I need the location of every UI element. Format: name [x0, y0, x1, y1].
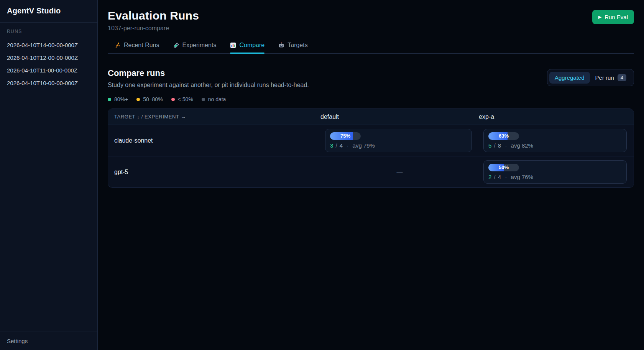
compare-titles: Compare runs Study one experiment agains…	[108, 68, 309, 89]
sidebar: AgentV Studio RUNS 2026-04-10T14-00-00-0…	[0, 0, 98, 350]
passed-count: 5	[488, 142, 491, 149]
table-cell: 50% 2 / 4 · avg 76%	[479, 156, 634, 187]
pass-rate-label: 50%	[488, 164, 519, 171]
table-row: claude-sonnet 75% 3 / 4 ·	[108, 125, 634, 156]
test-tube-icon	[173, 42, 179, 48]
sidebar-run-item[interactable]: 2026-04-10T11-00-00-000Z	[7, 64, 90, 77]
page-subtitle: 1037-per-run-compare	[108, 25, 199, 32]
result-stats: 3 / 4 · avg 79%	[330, 142, 467, 149]
tab-label: Experiments	[182, 42, 217, 49]
result-stats: 5 / 8 · avg 82%	[488, 142, 622, 149]
tab-label: Compare	[239, 42, 264, 49]
run-eval-button[interactable]: ▶ Run Eval	[592, 10, 634, 24]
result-cell[interactable]: 63% 5 / 8 · avg 82%	[483, 129, 627, 152]
avg-score: avg 82%	[511, 142, 533, 149]
compare-description: Study one experiment against another, or…	[108, 82, 309, 89]
sidebar-run-item[interactable]: 2026-04-10T12-00-00-000Z	[7, 51, 90, 64]
total-count: 4	[340, 142, 343, 149]
app-window: AgentV Studio RUNS 2026-04-10T14-00-00-0…	[0, 0, 644, 350]
empty-result-cell: —	[320, 169, 479, 176]
green-dot-icon	[108, 98, 111, 101]
play-icon: ▶	[598, 15, 601, 19]
legend-item-mid: 50–80%	[136, 96, 163, 102]
robot-icon	[278, 42, 284, 48]
pass-rate-label: 63%	[488, 132, 519, 140]
compare-section-header: Compare runs Study one experiment agains…	[108, 68, 634, 89]
per-run-label: Per run	[595, 74, 614, 81]
tab-label: Targets	[288, 42, 307, 49]
avg-score: avg 79%	[353, 142, 375, 149]
pass-rate-label: 75%	[330, 132, 361, 140]
legend-item-low: < 50%	[171, 96, 193, 102]
sidebar-footer: Settings	[0, 332, 97, 350]
table-cell: 75% 3 / 4 · avg 79%	[320, 125, 479, 156]
compare-title: Compare runs	[108, 68, 309, 78]
compare-table: TARGET ↓ / EXPERIMENT → default exp-a cl…	[108, 108, 634, 188]
legend-label: < 50%	[178, 96, 193, 102]
tab-targets[interactable]: Targets	[278, 42, 307, 53]
passed-count: 2	[488, 174, 491, 180]
bar-chart-icon	[230, 42, 236, 48]
avg-score: avg 76%	[511, 174, 533, 180]
legend-label: 50–80%	[143, 96, 163, 102]
corner-header: TARGET ↓ / EXPERIMENT →	[108, 114, 320, 120]
tab-experiments[interactable]: Experiments	[173, 42, 217, 53]
pass-rate-pill: 63%	[488, 132, 519, 140]
settings-link[interactable]: Settings	[7, 338, 28, 344]
per-run-toggle[interactable]: Per run 4	[590, 71, 632, 84]
total-count: 4	[498, 174, 501, 180]
stat-separator: ·	[505, 174, 507, 180]
tab-label: Recent Runs	[124, 42, 159, 49]
aggregated-toggle[interactable]: Aggregated	[549, 72, 590, 84]
tab-recent-runs[interactable]: Recent Runs	[115, 42, 159, 53]
run-eval-label: Run Eval	[605, 14, 628, 20]
result-cell[interactable]: 50% 2 / 4 · avg 76%	[483, 160, 627, 184]
view-mode-toggle: Aggregated Per run 4	[547, 69, 634, 86]
legend-item-high: 80%+	[108, 96, 128, 102]
runs-nav: RUNS 2026-04-10T14-00-00-000Z 2026-04-10…	[0, 23, 97, 332]
runner-icon	[115, 42, 121, 48]
gray-dot-icon	[202, 98, 205, 101]
red-dot-icon	[171, 98, 175, 101]
legend-label: 80%+	[114, 96, 128, 102]
target-label: claude-sonnet	[108, 137, 320, 144]
table-row: gpt-5 — 50% 2 / 4 ·	[108, 156, 634, 187]
sidebar-run-item[interactable]: 2026-04-10T10-00-00-000Z	[7, 77, 90, 89]
app-title: AgentV Studio	[0, 0, 97, 23]
result-stats: 2 / 4 · avg 76%	[488, 174, 622, 180]
sidebar-run-item[interactable]: 2026-04-10T14-00-00-000Z	[7, 39, 90, 51]
runs-section-label: RUNS	[7, 29, 90, 34]
target-label: gpt-5	[108, 169, 320, 176]
total-count: 8	[498, 142, 501, 149]
compare-section: Compare runs Study one experiment agains…	[108, 68, 634, 188]
stat-separator: ·	[505, 142, 507, 149]
main-content: Evaluation Runs 1037-per-run-compare ▶ R…	[98, 0, 644, 350]
pass-rate-pill: 75%	[330, 132, 361, 140]
passed-count: 3	[330, 142, 333, 149]
fraction-separator: /	[494, 174, 496, 180]
per-run-count-badge: 4	[618, 74, 626, 81]
page-header: Evaluation Runs 1037-per-run-compare ▶ R…	[108, 9, 634, 32]
fraction-separator: /	[494, 142, 496, 149]
legend-item-nodata: no data	[202, 96, 226, 102]
tab-bar: Recent Runs Experiments	[108, 42, 634, 54]
pass-rate-pill: 50%	[488, 164, 519, 171]
experiment-column-header: exp-a	[479, 113, 634, 120]
fraction-separator: /	[336, 142, 337, 149]
tab-compare[interactable]: Compare	[230, 42, 264, 53]
table-cell: 63% 5 / 8 · avg 82%	[479, 125, 634, 156]
stat-separator: ·	[347, 142, 348, 149]
yellow-dot-icon	[136, 98, 140, 101]
page-title: Evaluation Runs	[108, 9, 199, 22]
score-legend: 80%+ 50–80% < 50% no data	[108, 96, 634, 102]
legend-label: no data	[208, 96, 226, 102]
page-header-titles: Evaluation Runs 1037-per-run-compare	[108, 9, 199, 32]
result-cell[interactable]: 75% 3 / 4 · avg 79%	[325, 129, 472, 152]
experiment-column-header: default	[320, 113, 479, 120]
compare-table-header: TARGET ↓ / EXPERIMENT → default exp-a	[108, 109, 634, 125]
